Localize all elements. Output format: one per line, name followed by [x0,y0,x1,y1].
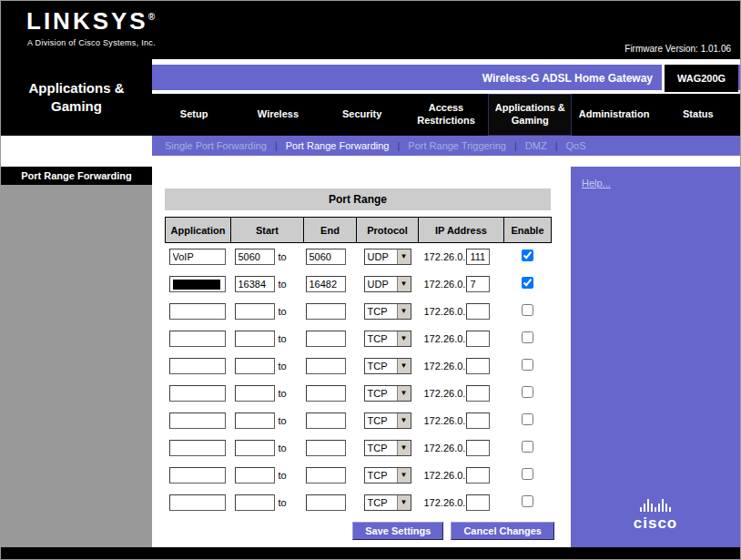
tab-setup[interactable]: Setup [152,94,236,136]
ip-prefix: 172.26.0. [424,251,466,262]
enable-checkbox[interactable] [522,359,533,371]
enable-checkbox[interactable] [522,386,533,398]
subnav-single-port-forwarding[interactable]: Single Port Forwarding [165,140,267,151]
enable-checkbox[interactable] [522,413,533,425]
protocol-select[interactable]: TCP ▼ [364,358,411,374]
application-cell [169,385,226,402]
port-range-table: Application Start End Protocol IP Addres… [165,217,552,516]
protocol-value: UDP [365,251,397,262]
enable-checkbox[interactable] [522,495,533,507]
start-port-input[interactable] [235,467,275,484]
ip-last-octet-input[interactable] [466,358,490,374]
ip-last-octet-input[interactable] [466,303,490,320]
ip-last-octet-input[interactable] [466,440,490,456]
enable-checkbox[interactable] [522,304,533,316]
ip-last-octet-input[interactable] [466,331,490,347]
footer-bar [1,547,740,559]
end-port-input[interactable] [306,412,346,429]
save-settings-button[interactable]: Save Settings [352,522,443,540]
subnav-separator: | [514,140,517,151]
application-input[interactable] [169,331,226,347]
protocol-select[interactable]: TCP ▼ [364,440,411,456]
enable-checkbox[interactable] [522,468,533,480]
end-port-input[interactable] [306,494,346,511]
col-ip-address: IP Address [419,218,504,243]
protocol-select[interactable]: UDP ▼ [364,276,411,292]
start-port-input[interactable] [235,249,275,265]
ip-last-octet-input[interactable] [466,276,490,292]
end-port-input[interactable] [306,440,346,456]
start-port-input[interactable] [235,358,275,374]
end-port-input[interactable] [306,249,346,265]
tab-access-restrictions[interactable]: Access Restrictions [404,94,488,136]
main-content: Port Range Application Start End Protoco… [152,167,571,547]
dropdown-arrow-icon: ▼ [397,386,411,401]
application-input[interactable] [169,358,226,374]
start-port-input[interactable] [235,385,275,402]
protocol-select[interactable]: TCP ▼ [364,412,411,429]
ip-last-octet-input[interactable] [466,412,490,429]
main-area: Port Range Forwarding Port Range Applica… [1,167,740,547]
enable-checkbox[interactable] [522,331,533,343]
end-port-input[interactable] [306,358,346,374]
protocol-select[interactable]: TCP ▼ [364,303,411,320]
col-end: End [304,218,357,243]
to-label: to [279,306,287,317]
protocol-select[interactable]: TCP ▼ [364,385,411,402]
protocol-select[interactable]: TCP ▼ [364,331,411,347]
registered-mark: ® [148,12,155,22]
enable-checkbox[interactable] [522,249,533,261]
protocol-select[interactable]: UDP ▼ [364,249,411,265]
start-port-input[interactable] [235,494,275,511]
tab-administration[interactable]: Administration [572,94,655,136]
application-input[interactable] [169,467,226,484]
protocol-select[interactable]: TCP ▼ [364,467,411,484]
application-input[interactable] [169,249,226,265]
application-input[interactable] [169,440,226,456]
ip-last-octet-input[interactable] [466,467,490,484]
table-row: to TCP ▼ 172.26.0. [166,380,552,407]
start-port-input[interactable] [235,440,275,456]
to-label: to [279,333,287,344]
end-port-input[interactable] [306,303,346,320]
protocol-select[interactable]: TCP ▼ [364,494,411,511]
start-port-input[interactable] [235,276,275,292]
action-buttons: Save Settings Cancel Changes [352,522,554,540]
ip-last-octet-input[interactable] [466,494,490,511]
to-label: to [279,443,287,453]
tab-wireless[interactable]: Wireless [236,94,320,136]
tab-label: Setup [180,108,208,121]
tab-label: Administration [579,108,650,121]
ip-last-octet-input[interactable] [466,249,490,265]
protocol-value: TCP [365,497,397,508]
tab-security[interactable]: Security [320,94,404,136]
enable-checkbox[interactable] [522,277,533,289]
ip-last-octet-input[interactable] [466,385,490,402]
start-port-input[interactable] [235,303,275,320]
dropdown-arrow-icon: ▼ [397,331,411,346]
cisco-bridge-icon [640,497,671,512]
application-input[interactable] [169,412,226,429]
ip-prefix: 172.26.0. [424,415,466,426]
start-port-input[interactable] [235,331,275,347]
cancel-changes-button[interactable]: Cancel Changes [451,522,554,540]
tab-status[interactable]: Status [656,94,740,136]
subnav-dmz[interactable]: DMZ [525,140,547,151]
application-input[interactable] [169,303,226,320]
enable-checkbox[interactable] [522,441,533,453]
tab-applications-gaming[interactable]: Applications & Gaming [488,94,572,136]
end-port-input[interactable] [306,331,346,347]
start-port-input[interactable] [235,412,275,429]
ip-prefix: 172.26.0. [424,443,466,453]
subnav-port-range-forwarding[interactable]: Port Range Forwarding [286,140,390,151]
help-link[interactable]: Help... [582,178,611,188]
end-port-input[interactable] [306,276,346,292]
application-input[interactable] [169,494,226,511]
protocol-value: TCP [365,361,397,372]
end-port-input[interactable] [306,467,346,484]
subnav-port-range-triggering[interactable]: Port Range Triggering [408,140,506,151]
subnav-qos[interactable]: QoS [566,140,586,151]
application-input[interactable] [169,385,226,402]
end-port-input[interactable] [306,385,346,402]
device-name: Wireless-G ADSL Home Gateway [482,65,653,92]
